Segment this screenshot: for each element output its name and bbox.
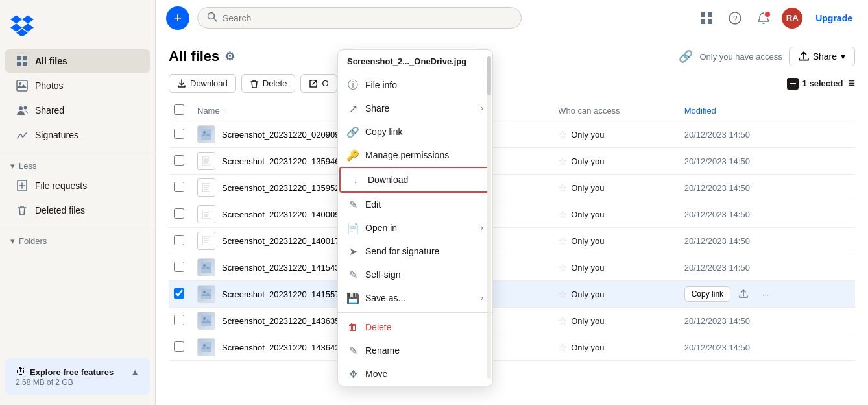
file-thumbnail <box>197 178 215 197</box>
download-icon: ↓ <box>350 174 361 186</box>
share-button[interactable]: Share ▾ <box>789 47 855 66</box>
page-title: All files ⚙ <box>169 48 235 65</box>
sidebar-item-shared[interactable]: Shared <box>5 99 150 122</box>
row-access-cell: ☆ Only you <box>553 148 679 175</box>
row-checkbox[interactable] <box>174 182 184 192</box>
view-toggle-icon[interactable]: ≡ <box>848 77 855 90</box>
row-checkbox[interactable] <box>174 341 184 352</box>
access-value: Only you <box>571 289 604 299</box>
table-row: Screenshot_20231220_143642_Dropbox.jpg ☆… <box>169 334 855 361</box>
row-checkbox[interactable] <box>174 155 184 166</box>
svg-rect-37 <box>201 289 211 299</box>
star-icon[interactable]: ☆ <box>558 235 567 247</box>
row-checkbox[interactable] <box>174 262 184 272</box>
context-menu-filename: Screenshot_2..._OneDrive.jpg <box>338 50 492 73</box>
context-menu-item-self-sign[interactable]: ✎ Self-sign <box>338 263 492 286</box>
star-icon[interactable]: ☆ <box>558 129 567 141</box>
file-thumbnail <box>197 152 215 170</box>
row-checkbox[interactable] <box>174 315 184 325</box>
select-all-header[interactable] <box>169 101 192 121</box>
help-icon[interactable]: ? <box>725 8 745 29</box>
delete-toolbar-button[interactable]: Delete <box>241 74 296 93</box>
access-value: Only you <box>571 210 604 219</box>
share-row-icon[interactable] <box>734 285 753 303</box>
context-menu-item-rename[interactable]: ✎ Rename <box>338 339 492 362</box>
row-checkbox-cell[interactable] <box>169 228 192 254</box>
table-row: Screenshot_20231220_135946_Dr ☆ Only you… <box>169 148 855 175</box>
star-icon[interactable]: ☆ <box>558 182 567 194</box>
move-icon: ✥ <box>347 368 359 380</box>
context-menu-item-download[interactable]: ↓ Download <box>339 167 491 193</box>
scrollbar-thumb[interactable] <box>487 56 491 95</box>
name-header-label: Name <box>197 106 220 116</box>
row-checkbox[interactable] <box>174 288 184 299</box>
context-menu-item-delete[interactable]: 🗑 Delete <box>338 315 492 339</box>
star-icon[interactable]: ☆ <box>558 208 567 221</box>
star-icon[interactable]: ☆ <box>558 155 567 167</box>
row-checkbox-cell[interactable] <box>169 121 192 148</box>
context-menu[interactable]: Screenshot_2..._OneDrive.jpg ⓘ File info… <box>337 49 493 386</box>
row-checkbox-cell[interactable] <box>169 148 192 175</box>
row-checkbox[interactable] <box>174 129 184 139</box>
delete-icon: 🗑 <box>347 321 359 333</box>
submenu-arrow: › <box>481 293 483 302</box>
context-menu-item-move[interactable]: ✥ Move <box>338 362 492 386</box>
close-explore-icon[interactable]: ▲ <box>130 367 139 377</box>
row-checkbox[interactable] <box>174 235 184 245</box>
apps-icon[interactable] <box>696 8 717 29</box>
access-value: Only you <box>571 316 604 326</box>
sidebar-item-all-files[interactable]: All files <box>5 49 150 73</box>
less-section[interactable]: ▾ Less <box>0 158 155 173</box>
row-checkbox-cell[interactable] <box>169 281 192 308</box>
context-menu-item-label: Save as... <box>365 293 405 303</box>
context-menu-item-label: Share <box>365 103 389 114</box>
download-toolbar-button[interactable]: Download <box>169 74 236 93</box>
copy-link-icon: 🔗 <box>347 126 359 138</box>
context-menu-item-open-in[interactable]: 📄 Open in › <box>338 216 492 239</box>
sidebar-item-deleted-files[interactable]: Deleted files <box>5 199 150 222</box>
row-checkbox-cell[interactable] <box>169 308 192 334</box>
notifications-icon[interactable] <box>753 8 774 29</box>
context-menu-item-save-as[interactable]: 💾 Save as... › <box>338 286 492 310</box>
scrollbar-track[interactable] <box>487 56 491 379</box>
submenu-arrow: › <box>481 104 483 113</box>
settings-icon[interactable]: ⚙ <box>224 49 235 64</box>
file-name: Screenshot_20231220_135952_Dr <box>222 183 353 193</box>
explore-title: Explore free features <box>30 367 114 377</box>
sidebar-item-signatures[interactable]: Signatures <box>5 123 150 147</box>
svg-text:?: ? <box>733 14 738 23</box>
context-menu-item-copy-link[interactable]: 🔗 Copy link <box>338 120 492 143</box>
row-checkbox-cell[interactable] <box>169 334 192 361</box>
sidebar-bottom-explore[interactable]: ⏱ Explore free features ▲ 2.68 MB of 2 G… <box>5 358 150 395</box>
context-menu-item-file-info[interactable]: ⓘ File info <box>338 73 492 97</box>
folders-section[interactable]: ▾ Folders <box>0 234 155 249</box>
select-all-checkbox[interactable] <box>174 104 184 115</box>
signatures-icon <box>16 129 29 141</box>
new-button[interactable]: + <box>166 6 189 30</box>
avatar[interactable]: RA <box>782 8 802 29</box>
sidebar-item-file-requests[interactable]: File requests <box>5 174 150 197</box>
context-menu-item-send-for-signature[interactable]: ➤ Send for signature <box>338 239 492 263</box>
star-icon[interactable]: ☆ <box>558 262 567 274</box>
row-checkbox-cell[interactable] <box>169 254 192 281</box>
context-menu-item-label: Send for signature <box>365 246 439 256</box>
delete-label: Delete <box>263 79 287 88</box>
copy-link-button[interactable]: Copy link <box>684 286 730 302</box>
row-modified-cell: 20/12/2023 14:50 <box>679 254 855 281</box>
row-checkbox-cell[interactable] <box>169 201 192 228</box>
row-checkbox-cell[interactable] <box>169 175 192 201</box>
modified-value: 20/12/2023 14:50 <box>684 316 750 326</box>
more-row-icon[interactable]: ··· <box>756 285 775 303</box>
upgrade-button[interactable]: Upgrade <box>810 10 858 26</box>
search-input[interactable] <box>223 13 512 23</box>
star-icon[interactable]: ☆ <box>558 315 567 327</box>
star-icon[interactable]: ☆ <box>558 288 567 301</box>
open-toolbar-button[interactable]: O <box>300 74 337 93</box>
context-menu-item-share[interactable]: ↗ Share › <box>338 97 492 120</box>
search-bar[interactable] <box>197 7 522 29</box>
context-menu-item-edit[interactable]: ✎ Edit <box>338 193 492 216</box>
star-icon[interactable]: ☆ <box>558 341 567 354</box>
context-menu-item-manage-permissions[interactable]: 🔑 Manage permissions <box>338 143 492 167</box>
row-checkbox[interactable] <box>174 208 184 219</box>
sidebar-item-photos[interactable]: Photos <box>5 74 150 97</box>
